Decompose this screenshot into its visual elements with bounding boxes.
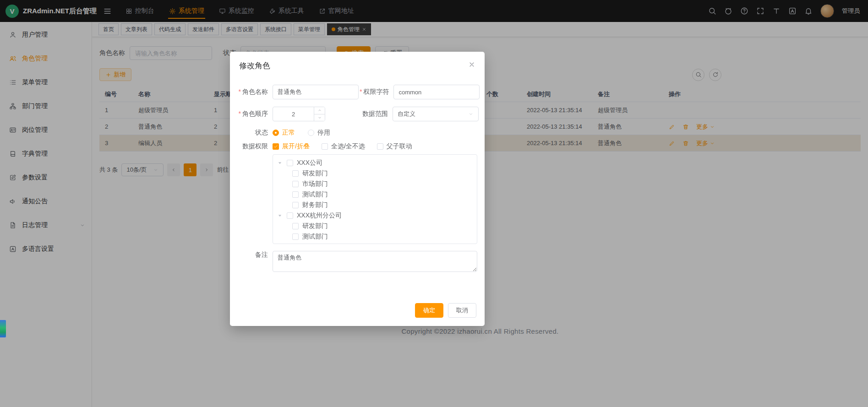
caret-icon — [277, 160, 283, 166]
required-star: * — [239, 110, 241, 117]
confirm-button[interactable]: 确定 — [415, 303, 443, 318]
checkbox-box — [273, 143, 279, 150]
tree-checkbox[interactable] — [287, 160, 293, 166]
tree-node-label: 测试部门 — [302, 233, 328, 241]
tree-checkbox[interactable] — [292, 191, 299, 198]
close-icon — [468, 61, 475, 68]
data-scope-value: 自定义 — [398, 110, 415, 118]
caret-icon — [277, 212, 283, 219]
decrease-button[interactable] — [314, 114, 325, 121]
remark-label: 备注 — [230, 251, 273, 272]
tree-node[interactable]: 研发部门 — [273, 221, 477, 231]
role-name-label: *角色名称 — [230, 88, 273, 96]
dialog-footer: 确定 取消 — [415, 303, 476, 318]
tree-checkbox[interactable] — [292, 233, 299, 240]
data-perm-checkbox-group: 展开/折叠全选/全不选父子联动 — [273, 142, 424, 151]
role-order-value: 2 — [273, 107, 314, 121]
status-label: 状态 — [230, 129, 273, 137]
tree-node-label: XXX杭州分公司 — [297, 212, 342, 220]
tree-node-label: 研发部门 — [302, 169, 328, 178]
dialog-close-button[interactable] — [468, 61, 475, 68]
chevron-down-icon — [468, 111, 474, 117]
tree-node[interactable]: 测试部门 — [273, 231, 477, 242]
tree-node-label: 测试部门 — [302, 190, 328, 199]
required-star: * — [360, 88, 362, 95]
checkbox-label: 父子联动 — [387, 142, 412, 151]
data-perm-checkbox[interactable]: 父子联动 — [377, 142, 412, 151]
tree-checkbox[interactable] — [292, 202, 299, 208]
radio-dot — [308, 130, 314, 136]
data-perm-checkbox[interactable]: 全选/全不选 — [322, 142, 365, 151]
tree-checkbox[interactable] — [292, 170, 299, 177]
dept-tree: XXX公司研发部门市场部门测试部门财务部门XXX杭州分公司研发部门测试部门 — [273, 154, 477, 244]
dialog-body: *角色名称 *权限字符 *角色顺序 2 数据范围 — [230, 71, 485, 272]
tree-node[interactable]: 研发部门 — [273, 168, 477, 179]
perm-char-input[interactable] — [393, 85, 480, 99]
radio-label: 停用 — [317, 129, 330, 137]
tree-expand-caret[interactable] — [277, 160, 283, 166]
increase-button[interactable] — [314, 107, 325, 114]
tree-node[interactable]: XXX杭州分公司 — [273, 210, 477, 221]
data-scope-label: 数据范围 — [360, 110, 393, 118]
checkbox-box — [322, 143, 328, 150]
check-icon — [273, 144, 278, 149]
role-order-stepper[interactable]: 2 — [273, 107, 325, 121]
edit-role-dialog: 修改角色 *角色名称 *权限字符 *角色顺序 2 — [230, 52, 485, 326]
status-radio[interactable]: 正常 — [273, 129, 295, 137]
role-name-input[interactable] — [273, 85, 359, 99]
tree-node-label: 市场部门 — [302, 180, 328, 188]
tree-checkbox[interactable] — [292, 223, 299, 229]
tree-node-label: 研发部门 — [302, 222, 328, 230]
corner-widget — [0, 320, 6, 337]
status-radio[interactable]: 停用 — [308, 129, 330, 137]
tree-node-label: XXX公司 — [297, 159, 322, 167]
tree-node[interactable]: 测试部门 — [273, 189, 477, 200]
dialog-header: 修改角色 — [230, 52, 485, 71]
checkbox-label: 展开/折叠 — [282, 142, 310, 151]
cancel-button[interactable]: 取消 — [448, 303, 476, 318]
perm-char-label: *权限字符 — [360, 88, 393, 96]
chevron-up-icon — [317, 108, 322, 113]
radio-label: 正常 — [282, 129, 295, 137]
data-scope-select[interactable]: 自定义 — [393, 107, 479, 121]
remark-textarea[interactable]: 普通角色 — [273, 251, 477, 272]
tree-expand-caret[interactable] — [277, 212, 283, 219]
role-order-label: *角色顺序 — [230, 110, 273, 118]
required-star: * — [239, 88, 241, 95]
data-perm-checkbox[interactable]: 展开/折叠 — [273, 142, 310, 151]
checkbox-label: 全选/全不选 — [331, 142, 365, 151]
radio-dot — [273, 130, 279, 136]
checkbox-box — [377, 143, 383, 150]
tree-checkbox[interactable] — [292, 181, 299, 187]
chevron-down-icon — [317, 115, 322, 120]
dialog-title: 修改角色 — [239, 61, 270, 70]
status-radio-group: 正常停用 — [273, 129, 343, 137]
tree-node-label: 财务部门 — [302, 201, 328, 209]
tree-checkbox[interactable] — [287, 212, 293, 219]
tree-node[interactable]: 市场部门 — [273, 179, 477, 189]
data-perm-label: 数据权限 — [230, 142, 273, 151]
tree-node[interactable]: XXX公司 — [273, 157, 477, 168]
tree-node[interactable]: 财务部门 — [273, 200, 477, 210]
